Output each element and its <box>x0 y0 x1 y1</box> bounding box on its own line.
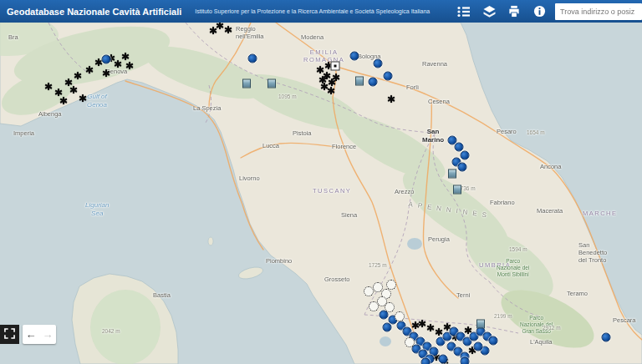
map-marker-star[interactable]: ✱ <box>332 73 340 83</box>
map-marker-star[interactable]: ✱ <box>44 82 53 92</box>
fullscreen-button[interactable] <box>0 325 19 344</box>
back-arrow-icon: ← <box>26 328 37 341</box>
map-marker-star[interactable]: ✱ <box>79 94 87 104</box>
map-canvas[interactable]: BraReggio nell'EmiliaModenaBolognaRavenn… <box>0 23 642 364</box>
map-marker-dot[interactable] <box>474 342 483 351</box>
map-marker-dot[interactable] <box>421 358 431 364</box>
layers-icon[interactable] <box>482 4 497 19</box>
map-marker-star[interactable]: ✱ <box>69 85 78 95</box>
map-marker-star[interactable]: ✱ <box>387 94 395 104</box>
map-marker-dot[interactable] <box>461 151 470 160</box>
extent-nav: ← → <box>23 325 56 344</box>
map-marker-cube[interactable] <box>268 79 276 88</box>
map-marker-dot[interactable] <box>602 333 611 342</box>
map-marker-star[interactable]: ✱ <box>327 86 335 96</box>
map-markers-layer: ✱✱✱✱✱✱✱✱✱✱✱✱✱✱✱✱✱✱✱✱✱✱✱✱✱✱✱✱✱✱✱✱✱✱✱✱ <box>0 23 642 364</box>
fullscreen-corners-icon <box>4 327 15 342</box>
map-marker-star[interactable]: ✱ <box>102 68 110 78</box>
search-input[interactable] <box>555 3 642 20</box>
map-marker-cube[interactable] <box>453 185 461 195</box>
legend-icon[interactable] <box>456 4 471 19</box>
next-extent-button[interactable]: → <box>39 325 56 344</box>
previous-extent-button[interactable]: ← <box>23 325 39 344</box>
map-marker-boxdot[interactable] <box>331 62 340 71</box>
map-marker-dot[interactable] <box>455 143 464 152</box>
print-icon[interactable] <box>507 4 522 19</box>
page-title: Geodatabase Nazionale Cavità Artificiali <box>0 7 181 17</box>
map-marker-star[interactable]: ✱ <box>224 25 232 35</box>
map-marker-cube[interactable] <box>242 79 251 88</box>
app-window: Geodatabase Nazionale Cavità Artificiali… <box>0 0 642 364</box>
map-marker-dot[interactable] <box>439 355 448 364</box>
page-subtitle: Istituto Superiore per la Protezione e l… <box>195 8 430 14</box>
map-marker-dot[interactable] <box>458 163 467 172</box>
map-marker-dot[interactable] <box>248 54 257 63</box>
map-marker-dot[interactable] <box>383 323 392 332</box>
header-toolbar <box>456 4 555 19</box>
map-marker-cube[interactable] <box>476 320 485 329</box>
header-bar: Geodatabase Nazionale Cavità Artificiali… <box>0 0 642 23</box>
map-marker-star[interactable]: ✱ <box>125 61 134 71</box>
map-marker-dot[interactable] <box>374 59 383 68</box>
map-marker-dot[interactable] <box>384 72 393 81</box>
map-marker-dotted[interactable] <box>386 280 396 290</box>
map-marker-dotted[interactable] <box>405 337 415 347</box>
forward-arrow-icon: → <box>43 328 54 341</box>
map-marker-dotted[interactable] <box>369 301 379 311</box>
map-marker-dot[interactable] <box>102 55 111 64</box>
map-marker-star[interactable]: ✱ <box>59 96 68 106</box>
map-marker-dotted[interactable] <box>385 302 395 312</box>
map-marker-star[interactable]: ✱ <box>216 23 224 31</box>
map-marker-star[interactable]: ✱ <box>85 65 94 75</box>
info-icon[interactable] <box>532 4 547 19</box>
map-marker-dot[interactable] <box>369 78 378 87</box>
map-marker-dot[interactable] <box>461 357 470 364</box>
map-marker-dotted[interactable] <box>395 311 405 321</box>
map-marker-cube[interactable] <box>448 169 456 179</box>
map-marker-star[interactable]: ✱ <box>426 323 435 333</box>
map-marker-star[interactable]: ✱ <box>418 319 426 329</box>
map-marker-star[interactable]: ✱ <box>318 75 327 85</box>
map-marker-cube[interactable] <box>355 77 364 86</box>
map-marker-dot[interactable] <box>350 52 359 61</box>
map-marker-dot[interactable] <box>489 336 498 346</box>
map-marker-star[interactable]: ✱ <box>74 71 82 81</box>
